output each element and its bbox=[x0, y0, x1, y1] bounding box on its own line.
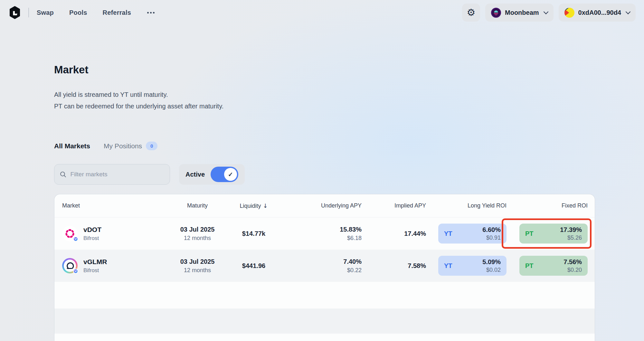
empty-row bbox=[54, 309, 595, 334]
empty-row bbox=[54, 334, 595, 341]
toggle-check-icon: ✓ bbox=[224, 168, 237, 181]
voucher-badge-icon bbox=[73, 269, 78, 274]
moonbeam-network-icon bbox=[491, 8, 501, 18]
page-title: Market bbox=[54, 64, 88, 76]
chevron-down-icon bbox=[626, 9, 631, 14]
more-menu-icon[interactable] bbox=[147, 10, 155, 15]
yt-price: $0.02 bbox=[482, 267, 501, 273]
markets-table: Market Maturity Liquidity↓ Underlying AP… bbox=[54, 194, 595, 341]
pt-price: $0.20 bbox=[564, 267, 582, 273]
yt-price: $0.91 bbox=[482, 235, 501, 241]
col-underlying-apy: Underlying APY bbox=[281, 202, 362, 209]
table-header-row: Market Maturity Liquidity↓ Underlying AP… bbox=[54, 194, 595, 217]
underlying-apy-value: 7.40% bbox=[281, 258, 362, 265]
implied-apy-value: 17.44% bbox=[362, 230, 426, 237]
market-row-vglmr[interactable]: vGLMR Bifrost 03 Jul 2025 12 months $441… bbox=[54, 250, 595, 282]
implied-apy-value: 7.58% bbox=[362, 262, 426, 270]
tab-my-positions[interactable]: My Positions 0 bbox=[104, 142, 157, 150]
wallet-avatar bbox=[564, 8, 574, 18]
tab-all-markets[interactable]: All Markets bbox=[54, 142, 90, 150]
pt-roi: 7.56% bbox=[564, 258, 582, 266]
pt-tag: PT bbox=[525, 230, 534, 237]
vglmr-token-icon bbox=[62, 258, 78, 273]
col-implied-apy: Implied APY bbox=[362, 202, 426, 209]
empty-row bbox=[54, 282, 595, 309]
filter-markets-searchbox[interactable] bbox=[54, 164, 170, 185]
pt-button[interactable]: PT 7.56% $0.20 bbox=[519, 256, 588, 276]
active-toggle-label: Active bbox=[185, 171, 205, 178]
maturity-date: 03 Jul 2025 bbox=[168, 226, 226, 233]
maturity-duration: 12 months bbox=[168, 235, 226, 242]
yt-button[interactable]: YT 6.60% $0.91 bbox=[438, 224, 507, 244]
search-icon bbox=[60, 170, 67, 178]
description-line-2: PT can be redeemed for the underlying as… bbox=[54, 100, 223, 112]
col-fixed-roi: Fixed ROI bbox=[507, 202, 588, 209]
nav-divider bbox=[28, 8, 29, 17]
nav-pools[interactable]: Pools bbox=[69, 9, 87, 16]
asset-name: vGLMR bbox=[83, 258, 107, 266]
settings-button[interactable]: ⚙ bbox=[462, 4, 480, 22]
yt-button[interactable]: YT 5.09% $0.02 bbox=[438, 256, 507, 276]
sort-desc-icon: ↓ bbox=[263, 202, 268, 209]
yt-roi: 5.09% bbox=[482, 258, 501, 266]
yt-roi: 6.60% bbox=[482, 226, 501, 234]
pt-tag: PT bbox=[525, 262, 534, 270]
positions-count-badge: 0 bbox=[146, 142, 157, 150]
network-name: Moonbeam bbox=[505, 9, 539, 16]
description-line-1: All yield is streamed to YT until maturi… bbox=[54, 89, 223, 100]
filter-row: Active ✓ bbox=[54, 164, 245, 185]
page-description: All yield is streamed to YT until maturi… bbox=[54, 89, 223, 112]
col-maturity: Maturity bbox=[168, 202, 226, 209]
market-row-vdot[interactable]: vDOT Bifrost 03 Jul 2025 12 months $14.7… bbox=[54, 217, 595, 250]
asset-protocol: Bifrost bbox=[83, 235, 101, 242]
underlying-apy-value: 15.83% bbox=[281, 226, 362, 233]
col-long-yield-roi: Long Yield ROI bbox=[426, 202, 507, 209]
col-market: Market bbox=[62, 202, 168, 209]
wallet-address: 0xdA00...90d4 bbox=[578, 9, 621, 16]
yt-tag: YT bbox=[444, 230, 452, 237]
underlying-price: $6.18 bbox=[281, 235, 362, 242]
app-logo-icon[interactable] bbox=[8, 6, 21, 19]
main-nav: Swap Pools Referrals bbox=[37, 9, 155, 16]
asset-name: vDOT bbox=[83, 226, 101, 234]
chevron-down-icon bbox=[543, 9, 548, 14]
liquidity-value: $14.77k bbox=[226, 230, 281, 237]
active-filter-group: Active ✓ bbox=[179, 164, 245, 185]
top-bar: Swap Pools Referrals ⚙ Moonbeam bbox=[0, 0, 644, 25]
liquidity-value: $441.96 bbox=[226, 262, 281, 270]
yt-tag: YT bbox=[444, 262, 452, 270]
maturity-date: 03 Jul 2025 bbox=[168, 258, 226, 265]
active-toggle[interactable]: ✓ bbox=[211, 167, 238, 182]
pt-roi: 17.39% bbox=[560, 226, 582, 234]
filter-markets-input[interactable] bbox=[71, 171, 165, 178]
pt-button[interactable]: PT 17.39% $5.26 bbox=[519, 224, 588, 244]
voucher-badge-icon bbox=[73, 236, 78, 242]
maturity-duration: 12 months bbox=[168, 267, 226, 274]
col-liquidity[interactable]: Liquidity↓ bbox=[226, 202, 281, 209]
top-right-controls: ⚙ Moonbeam 0xdA00.. bbox=[462, 4, 636, 22]
wallet-button[interactable]: 0xdA00...90d4 bbox=[559, 4, 636, 22]
underlying-price: $0.22 bbox=[281, 267, 362, 274]
tab-my-positions-label: My Positions bbox=[104, 142, 142, 150]
nav-referrals[interactable]: Referrals bbox=[103, 9, 131, 16]
vdot-token-icon bbox=[62, 226, 78, 241]
gear-icon: ⚙ bbox=[467, 8, 476, 17]
asset-protocol: Bifrost bbox=[83, 267, 107, 274]
network-selector[interactable]: Moonbeam bbox=[485, 4, 554, 22]
market-tabs: All Markets My Positions 0 bbox=[54, 142, 157, 150]
nav-swap[interactable]: Swap bbox=[37, 9, 54, 16]
pt-price: $5.26 bbox=[560, 235, 582, 241]
